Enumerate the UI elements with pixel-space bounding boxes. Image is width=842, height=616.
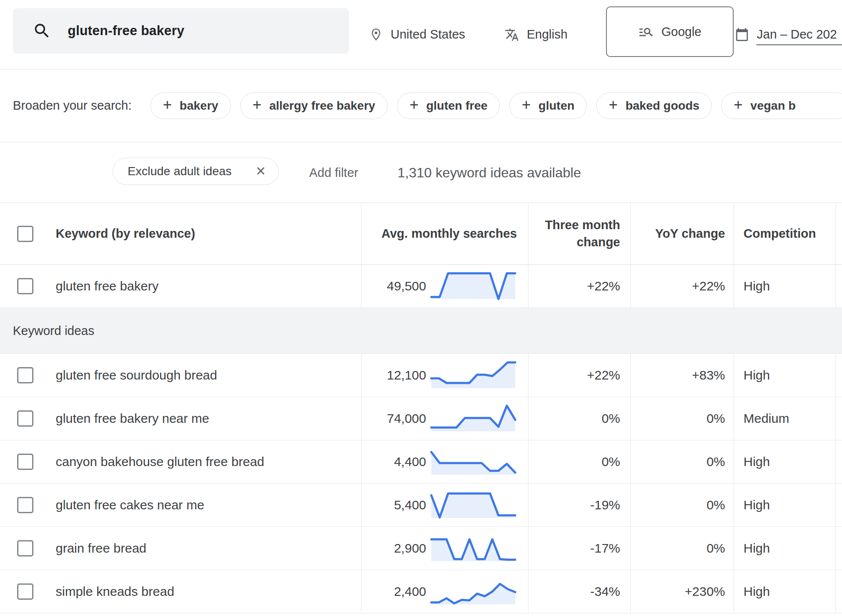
avg-searches-value: 2,900 [394,541,426,556]
search-trend-sparkline [430,272,517,301]
clipped-column-sliver [836,484,842,526]
three-month-change-cell: -17% [528,527,630,570]
date-range-selector[interactable]: Jan – Dec 202 [735,0,837,69]
competition-cell: High [734,527,836,570]
broaden-chip-gluten-free[interactable]: + gluten free [397,93,500,119]
network-value: Google [661,25,702,39]
keyword-cell: canyon bakehouse gluten free bread [0,440,361,483]
chip-label: allergy free bakery [269,99,376,113]
table-row[interactable]: gluten free sourdough bread 12,100 +22% … [0,354,842,397]
three-month-change-value: +22% [587,279,620,293]
table-row[interactable]: gluten free bakery near me 74,000 0% 0% … [0,397,842,440]
keyword-text: gluten free sourdough bread [56,368,217,383]
yoy-change-value: 0% [707,411,725,426]
avg-monthly-searches-cell: 12,100 [361,354,528,397]
competition-value: High [743,498,770,512]
keyword-text: gluten free cakes near me [56,498,204,512]
plus-icon: + [734,97,743,113]
search-trend-sparkline [430,361,517,390]
calendar-icon [735,27,749,42]
column-header-avg-monthly-searches[interactable]: Avg. monthly searches [382,227,517,241]
yoy-change-cell: 0% [630,397,734,440]
header-three-month-cell: Three month change [528,203,630,264]
three-month-change-value: -17% [590,541,620,556]
row-checkbox[interactable] [17,278,33,294]
avg-searches-value: 4,400 [394,455,426,469]
column-header-yoy-change[interactable]: YoY change [655,227,725,241]
header-competition-cell: Competition [734,203,836,264]
three-month-change-cell: 0% [528,440,630,483]
yoy-change-cell: 0% [630,527,734,570]
table-row[interactable]: simple kneads bread 2,400 -34% +230% Hig… [0,570,842,613]
keyword-cell: gluten free sourdough bread [0,354,361,397]
broaden-chip-bakery[interactable]: + bakery [150,93,230,119]
yoy-change-value: 0% [707,498,725,512]
keyword-cell: gluten free bakery near me [0,397,361,440]
row-checkbox[interactable] [17,497,33,513]
competition-cell: High [734,265,836,308]
competition-cell: High [734,570,836,613]
top-toolbar: gluten-free bakery United States English… [0,0,842,69]
row-checkbox[interactable] [17,410,33,427]
add-filter-button[interactable]: Add filter [309,143,358,203]
row-checkbox[interactable] [17,454,33,470]
results-count: 1,310 keyword ideas available [397,143,581,203]
three-month-change-value: 0% [602,455,620,469]
clipped-column-sliver [836,354,842,397]
column-header-keyword[interactable]: Keyword (by relevance) [56,227,195,241]
remove-filter-icon[interactable]: × [256,163,266,179]
keyword-cell: grain free bread [0,527,361,570]
three-month-change-value: +22% [587,368,620,383]
avg-searches-value: 49,500 [387,279,426,293]
active-filter-chip[interactable]: Exclude adult ideas × [113,158,279,185]
competition-cell: High [734,440,836,483]
clipped-column-sliver [836,527,842,570]
three-month-change-cell: +22% [528,354,630,397]
table-row[interactable]: gluten free bakery 49,500 +22% +22% High [0,265,842,308]
table-row[interactable]: canyon bakehouse gluten free bread 4,400… [0,440,842,484]
three-month-change-cell: 0% [528,397,630,440]
broaden-chip-allergy-free-bakery[interactable]: + allergy free bakery [240,93,388,119]
yoy-change-value: +230% [685,584,725,599]
competition-value: High [743,368,770,383]
header-avg-searches-cell: Avg. monthly searches [361,203,528,264]
table-header-row: Keyword (by relevance) Avg. monthly sear… [0,203,842,265]
location-pin-icon [369,28,383,42]
header-yoy-cell: YoY change [630,203,734,264]
search-icon [33,21,51,40]
search-network-icon [638,24,654,39]
keyword-search-box[interactable]: gluten-free bakery [13,8,349,54]
row-checkbox[interactable] [17,540,33,556]
select-all-checkbox[interactable] [17,226,33,242]
column-header-competition[interactable]: Competition [743,227,816,241]
plus-icon: + [409,97,418,113]
column-header-three-month-change[interactable]: Three month change [543,217,620,250]
competition-value: High [743,279,770,293]
date-range-value: Jan – Dec 202 [757,27,837,42]
broaden-search-bar: Broaden your search: + bakery + allergy … [0,69,842,142]
clipped-column-sliver [836,203,842,264]
search-trend-sparkline [430,490,517,520]
plus-icon: + [609,97,618,113]
network-selector[interactable]: Google [606,6,734,57]
plus-icon: + [163,97,172,113]
avg-monthly-searches-cell: 74,000 [361,397,528,440]
table-row[interactable]: grain free bread 2,900 -17% 0% High [0,527,842,570]
language-selector[interactable]: English [505,0,567,69]
three-month-change-value: -34% [590,584,620,599]
chip-label: gluten free [426,99,487,113]
broaden-chip-vegan-bakery[interactable]: + vegan b [721,93,842,119]
competition-cell: Medium [734,397,836,440]
avg-monthly-searches-cell: 2,400 [361,570,528,613]
search-trend-sparkline [430,577,517,606]
clipped-column-sliver [836,570,842,613]
broaden-label: Broaden your search: [13,99,131,113]
row-checkbox[interactable] [17,583,33,600]
broaden-chip-baked-goods[interactable]: + baked goods [596,93,712,119]
broaden-chip-gluten[interactable]: + gluten [509,93,587,119]
row-checkbox[interactable] [17,367,33,383]
location-selector[interactable]: United States [369,0,465,69]
location-value: United States [391,27,465,42]
table-row[interactable]: gluten free cakes near me 5,400 -19% 0% … [0,484,842,527]
three-month-change-value: -19% [590,498,620,512]
